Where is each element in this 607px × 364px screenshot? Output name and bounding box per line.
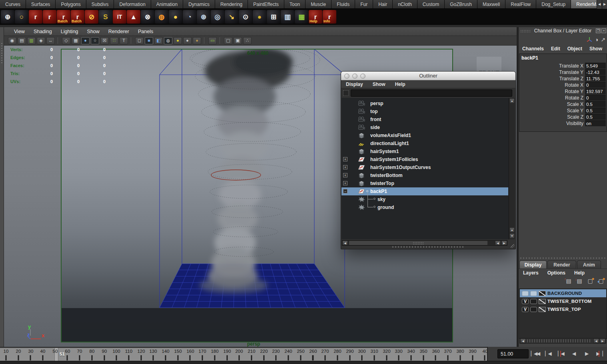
shelf-tab-gozbrush[interactable]: GoZBrush: [445, 0, 477, 8]
outliner-window[interactable]: Outliner Display Show Help persp top fro…: [341, 71, 516, 249]
light-bulb-icon[interactable]: ●: [169, 10, 182, 24]
outliner-menu-show[interactable]: Show: [368, 81, 390, 88]
smooth-shade-icon[interactable]: ■: [145, 37, 153, 44]
inspect-rib-icon[interactable]: ⊙: [239, 10, 252, 24]
outliner-menu-help[interactable]: Help: [390, 81, 410, 88]
channel-value-field[interactable]: 0.5: [585, 114, 606, 120]
menu-help[interactable]: Help: [570, 269, 589, 276]
node-graph-icon[interactable]: ▦: [295, 10, 308, 24]
layer-visibility-checkbox[interactable]: V: [522, 299, 529, 304]
manip-arrow-icon[interactable]: ↗: [601, 36, 605, 43]
menu-options[interactable]: Options: [543, 269, 570, 276]
range-slider-strip[interactable]: [0, 361, 607, 364]
selected-object-name[interactable]: backP1: [521, 55, 538, 61]
scroll-up-icon[interactable]: ▲: [509, 227, 515, 233]
layer-tab-anim[interactable]: Anim: [577, 261, 601, 269]
menu-channels[interactable]: Channels: [519, 45, 547, 53]
cancel-render-icon[interactable]: ⊘: [85, 10, 98, 24]
outliner-item-persp[interactable]: persp: [341, 99, 508, 107]
shelf-tab-fur[interactable]: Fur: [355, 0, 373, 8]
current-time-field[interactable]: 51.00: [497, 349, 529, 358]
shelf-tab-realflow[interactable]: RealFlow: [505, 0, 536, 8]
close-panel-icon[interactable]: ×: [601, 28, 606, 33]
step-back-frame-button[interactable]: ▏◀: [542, 349, 554, 359]
scrollbar-thumb[interactable]: [349, 241, 488, 245]
all-lights-icon[interactable]: ●: [193, 37, 201, 44]
shelf-tab-ncloth[interactable]: nCloth: [393, 0, 417, 8]
shelf-tab-dog-setup[interactable]: Dog_Setup: [536, 0, 571, 8]
isolate-select-icon[interactable]: ▭: [208, 37, 217, 44]
play-backwards-button[interactable]: ◀: [568, 349, 579, 359]
channel-value-field[interactable]: 0.5: [585, 107, 606, 113]
outliner-item-sky[interactable]: sky: [341, 195, 508, 203]
menu-layers[interactable]: Layers: [519, 269, 543, 276]
menu-view[interactable]: View: [10, 28, 29, 36]
channel-value-field[interactable]: 11.755: [585, 76, 606, 82]
layer-visibility-checkbox[interactable]: V: [522, 307, 529, 312]
bounding-box-icon[interactable]: ◧: [154, 37, 163, 44]
shelf-tab-subdivs[interactable]: Subdivs: [86, 0, 114, 8]
render-icon[interactable]: r: [29, 10, 42, 24]
window-drag-strip[interactable]: [392, 246, 464, 248]
outliner-vertical-scrollbar[interactable]: ▲ ▲ ▼: [509, 98, 515, 239]
shelf-tab-maxwell[interactable]: Maxwell: [477, 0, 505, 8]
image-tool-icon[interactable]: IT: [113, 10, 126, 24]
collapse-icon[interactable]: −: [343, 189, 347, 193]
batch-render-options-icon[interactable]: rBatch: [71, 10, 84, 24]
menu-lighting[interactable]: Lighting: [56, 28, 83, 36]
shelf-tab-animation[interactable]: Animation: [151, 0, 183, 8]
channel-value-field[interactable]: on: [585, 120, 606, 126]
layer-row-background[interactable]: BACKGROUND: [520, 289, 606, 297]
camera-attributes-icon[interactable]: ◉: [8, 37, 16, 44]
tractor-icon[interactable]: ⊗: [141, 10, 154, 24]
create-layer-from-selected-icon[interactable]: ▢★●: [597, 277, 605, 284]
volume-grid-icon[interactable]: ⊞: [267, 10, 280, 24]
channel-value-field[interactable]: 0.5: [585, 101, 606, 107]
window-zoom-icon[interactable]: [360, 74, 365, 79]
batch-render-icon[interactable]: rBatch: [57, 10, 70, 24]
field-chart-icon[interactable]: ☒: [100, 37, 109, 44]
panel-drag-handle[interactable]: [1, 43, 2, 63]
expand-icon[interactable]: +: [343, 157, 347, 161]
outliner-filter-icon[interactable]: [343, 90, 349, 96]
shelf-tab-scroll-left-icon[interactable]: ◀: [597, 0, 602, 9]
film-gate-icon[interactable]: ◇: [62, 37, 70, 44]
scroll-left-icon[interactable]: ◀: [520, 338, 526, 343]
xray-icon[interactable]: ▢: [224, 37, 232, 44]
outliner-item-twistertop[interactable]: +twisterTop: [341, 179, 508, 187]
window-close-icon[interactable]: [344, 74, 349, 79]
render-options-icon[interactable]: r: [43, 10, 56, 24]
outliner-menu-display[interactable]: Display: [341, 81, 368, 88]
shelf-tab-scroll-right-icon[interactable]: ▶: [602, 0, 607, 9]
menu-renderer[interactable]: Renderer: [104, 28, 134, 36]
shelf-tab-custom[interactable]: Custom: [417, 0, 445, 8]
layer-visibility-checkbox[interactable]: [522, 291, 529, 296]
expand-icon[interactable]: +: [343, 181, 347, 185]
window-minimize-icon[interactable]: [352, 74, 357, 79]
shelf-tab-curves[interactable]: Curves: [0, 0, 26, 8]
displacement-sphere-icon[interactable]: ⊛: [197, 10, 210, 24]
channel-value-field[interactable]: 0: [585, 82, 606, 88]
dirtmap-sphere-icon[interactable]: ◍: [155, 10, 168, 24]
layer-playback-checkbox[interactable]: [530, 299, 537, 304]
shelf-tab-surfaces[interactable]: Surfaces: [26, 0, 56, 8]
outliner-item-twisterbottom[interactable]: +twisterBottom: [341, 171, 508, 179]
wireframe-icon[interactable]: ◻: [135, 37, 144, 44]
shelf-tab-hair[interactable]: Hair: [373, 0, 393, 8]
layer-color-swatch[interactable]: [539, 299, 546, 304]
menu-show[interactable]: Show: [586, 45, 606, 53]
archive-triangles-icon[interactable]: ▲: [127, 10, 140, 24]
layer-color-swatch[interactable]: [539, 291, 546, 296]
shelf-tab-toon[interactable]: Toon: [284, 0, 305, 8]
channel-value-field[interactable]: 192.597: [585, 88, 606, 94]
backface-culling-icon[interactable]: ▣: [234, 37, 242, 44]
move-layer-up-icon[interactable]: ▤↑: [564, 277, 573, 284]
shelf-tab-muscle[interactable]: Muscle: [305, 0, 331, 8]
channel-value-field[interactable]: 0: [585, 95, 606, 101]
shelf-tab-rendering[interactable]: Rendering: [215, 0, 248, 8]
layer-editor-separator[interactable]: [520, 257, 605, 259]
view-compass-icon[interactable]: ◈: [37, 37, 45, 44]
layer-row-twister-bottom[interactable]: V TWISTER_BOTTOM: [520, 297, 606, 305]
window-resize-grip[interactable]: [511, 244, 515, 248]
shelf-tab-deformation[interactable]: Deformation: [114, 0, 151, 8]
